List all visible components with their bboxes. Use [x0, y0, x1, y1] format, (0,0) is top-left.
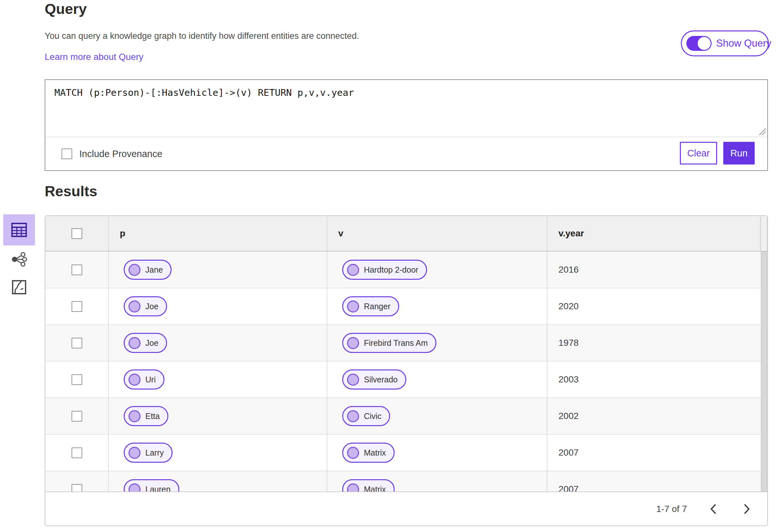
view-switcher — [3, 214, 35, 301]
table-row: Lauren Matrix 2007 — [45, 471, 767, 492]
row-checkbox[interactable] — [72, 411, 82, 422]
entity-pill-p[interactable]: Etta — [124, 406, 169, 426]
node-icon — [347, 264, 359, 276]
entity-pill-v[interactable]: Civic — [342, 406, 390, 426]
chevron-right-icon[interactable] — [740, 502, 754, 517]
column-header-p[interactable]: p — [109, 216, 327, 251]
query-text[interactable]: MATCH (p:Person)-[:HasVehicle]->(v) RETU… — [54, 87, 354, 98]
graph-view-icon — [11, 252, 27, 267]
query-page: Query You can query a knowledge graph to… — [0, 0, 777, 532]
map-view-icon — [12, 280, 26, 295]
query-controls: Include Provenance Clear Run — [45, 137, 767, 170]
pill-label: Joe — [145, 338, 158, 348]
node-icon — [128, 410, 140, 422]
pill-label: Larry — [145, 448, 164, 457]
table-body: Jane Hardtop 2-door 2016 Joe Ranger 2020… — [45, 251, 767, 492]
toggle-knob — [698, 37, 710, 50]
page-title: Query — [45, 1, 87, 17]
pill-label: Ranger — [364, 302, 391, 311]
table-view-button[interactable] — [3, 214, 35, 245]
learn-more-link[interactable]: Learn more about Query — [45, 52, 143, 62]
clear-button[interactable]: Clear — [680, 142, 717, 165]
node-icon — [128, 301, 140, 312]
node-icon — [347, 410, 359, 422]
entity-pill-v[interactable]: Hardtop 2-door — [342, 260, 427, 280]
map-view-button[interactable] — [3, 273, 35, 301]
pill-label: Matrix — [364, 448, 386, 457]
row-checkbox[interactable] — [72, 338, 82, 348]
node-icon — [128, 374, 140, 386]
pill-label: Uri — [145, 375, 156, 384]
entity-pill-v[interactable]: Firebird Trans Am — [342, 333, 436, 353]
table-row: Etta Civic 2002 — [45, 398, 767, 435]
year-cell: 2003 — [547, 361, 767, 398]
resize-handle-icon[interactable] — [758, 127, 766, 135]
pill-label: Joe — [145, 302, 158, 311]
pill-label: Civic — [364, 412, 381, 421]
table-footer: 1-7 of 7 — [45, 492, 767, 526]
table-header-row: p v v.year — [45, 216, 767, 251]
entity-pill-p[interactable]: Joe — [124, 333, 167, 353]
pill-label: Firebird Trans Am — [364, 338, 428, 348]
pill-label: Lauren — [145, 485, 171, 493]
entity-pill-v[interactable]: Silverado — [342, 369, 406, 390]
pill-label: Hardtop 2-door — [364, 265, 418, 275]
row-checkbox[interactable] — [72, 484, 82, 493]
include-provenance-checkbox[interactable] — [62, 148, 72, 159]
node-icon — [128, 337, 140, 349]
select-all-checkbox[interactable] — [72, 228, 82, 239]
entity-pill-v[interactable]: Matrix — [342, 443, 395, 463]
scrollbar-corner — [760, 216, 761, 251]
row-checkbox[interactable] — [72, 264, 82, 275]
page-description: You can query a knowledge graph to ident… — [45, 31, 359, 41]
node-icon — [347, 447, 359, 459]
pill-label: Jane — [145, 265, 163, 275]
table-row: Jane Hardtop 2-door 2016 — [45, 251, 767, 288]
node-icon — [128, 447, 140, 459]
entity-pill-p[interactable]: Larry — [124, 443, 173, 463]
node-icon — [128, 484, 140, 493]
table-row: Uri Silverado 2003 — [45, 361, 767, 398]
entity-pill-p[interactable]: Lauren — [124, 479, 179, 492]
node-icon — [128, 264, 140, 276]
year-cell: 2007 — [547, 471, 767, 492]
node-icon — [347, 374, 359, 386]
pill-label: Etta — [145, 412, 159, 421]
toggle-switch-icon[interactable] — [686, 36, 711, 51]
results-title: Results — [45, 183, 97, 200]
year-cell: 2020 — [547, 288, 767, 324]
table-row: Joe Firebird Trans Am 1978 — [45, 325, 767, 361]
entity-pill-v[interactable]: Ranger — [342, 296, 399, 316]
node-icon — [347, 301, 359, 312]
entity-pill-v[interactable]: Matrix — [342, 479, 395, 492]
run-button[interactable]: Run — [723, 142, 755, 165]
year-cell: 2007 — [547, 435, 767, 471]
pill-label: Silverado — [364, 375, 398, 384]
node-icon — [347, 337, 359, 349]
show-query-label: Show Query — [716, 37, 772, 49]
vertical-scrollbar[interactable] — [761, 251, 767, 492]
year-cell: 1978 — [547, 325, 767, 361]
chevron-left-icon[interactable] — [706, 502, 721, 517]
year-cell: 2016 — [547, 251, 767, 288]
entity-pill-p[interactable]: Jane — [124, 260, 172, 280]
row-checkbox[interactable] — [72, 447, 82, 458]
row-checkbox[interactable] — [72, 301, 82, 312]
pagination-range: 1-7 of 7 — [656, 504, 687, 514]
pill-label: Matrix — [364, 485, 386, 493]
entity-pill-p[interactable]: Uri — [124, 369, 164, 390]
row-checkbox[interactable] — [72, 374, 82, 385]
column-header-v-year[interactable]: v.year — [547, 216, 767, 251]
table-view-icon — [11, 223, 27, 237]
table-row: Larry Matrix 2007 — [45, 435, 767, 471]
query-textarea[interactable]: MATCH (p:Person)-[:HasVehicle]->(v) RETU… — [45, 80, 767, 137]
node-icon — [347, 484, 359, 493]
entity-pill-p[interactable]: Joe — [124, 296, 167, 316]
graph-view-button[interactable] — [3, 245, 35, 273]
include-provenance-label: Include Provenance — [79, 148, 162, 159]
column-header-v[interactable]: v — [327, 216, 547, 251]
show-query-toggle[interactable]: Show Query — [681, 30, 769, 56]
table-row: Joe Ranger 2020 — [45, 288, 767, 325]
results-table: p v v.year Jane Hardtop 2-door 2016 Joe … — [45, 215, 768, 526]
year-cell: 2002 — [547, 398, 767, 434]
